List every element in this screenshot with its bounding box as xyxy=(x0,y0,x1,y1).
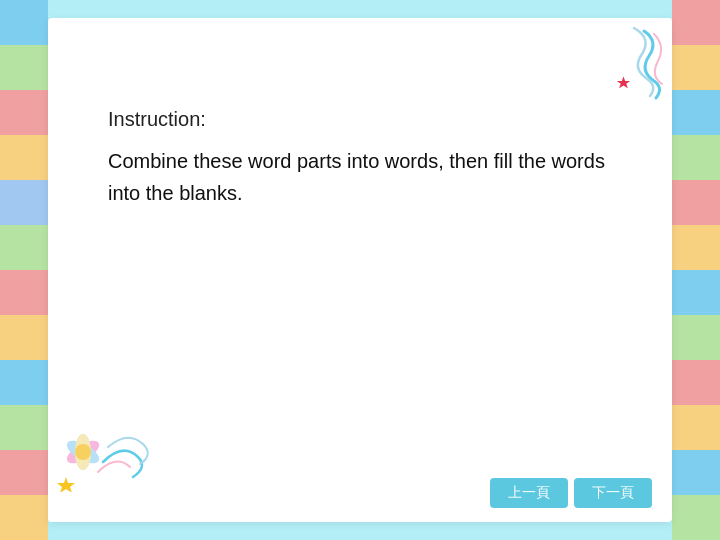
next-button[interactable]: 下一頁 xyxy=(574,478,652,508)
main-card: Instruction: Combine these word parts in… xyxy=(48,18,672,522)
deco-bottom-left-icon xyxy=(48,382,178,492)
strip-right xyxy=(672,0,720,540)
strip-bottom xyxy=(48,522,672,540)
svg-marker-0 xyxy=(617,77,630,89)
nav-buttons: 上一頁 下一頁 xyxy=(490,478,652,508)
outer-border: Instruction: Combine these word parts in… xyxy=(0,0,720,540)
svg-marker-6 xyxy=(57,477,75,492)
deco-top-right-icon xyxy=(574,26,664,106)
instruction-text: Combine these word parts into words, the… xyxy=(108,145,632,209)
strip-left xyxy=(0,0,48,540)
instruction-label: Instruction: xyxy=(108,108,632,131)
svg-point-5 xyxy=(75,444,91,460)
strip-top xyxy=(48,0,672,18)
prev-button[interactable]: 上一頁 xyxy=(490,478,568,508)
